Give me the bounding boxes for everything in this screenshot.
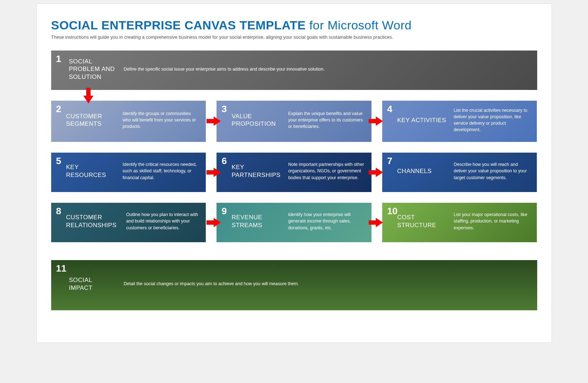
page-title: SOCIAL ENTERPRISE CANVAS TEMPLATE for Mi… [51, 18, 537, 32]
card-number: 7 [387, 155, 392, 167]
card-title: REVENUE STREAMS [232, 214, 282, 229]
card-title: KEY PARTNERSHIPS [232, 163, 282, 179]
arrow-down-icon [83, 88, 93, 104]
page-subtitle: These instructions will guide you in cre… [51, 34, 537, 40]
row-2-4: 2 CUSTOMER SEGMENTS Identify the groups … [51, 101, 537, 142]
arrow-right-icon [206, 168, 221, 177]
card-number: 8 [56, 206, 61, 217]
card-number: 1 [56, 53, 61, 64]
card-social-impact: 11 SOCIAL IMPACT Detail the social chang… [51, 260, 537, 310]
card-title: COST STRUCTURE [397, 214, 447, 229]
card-value-proposition: 3 VALUE PROPOSITION Explain the unique b… [217, 101, 371, 142]
title-bold: SOCIAL ENTERPRISE CANVAS TEMPLATE [51, 18, 306, 32]
card-desc: Identify the groups or communities who w… [123, 110, 199, 130]
card-title: CUSTOMER SEGMENTS [66, 112, 116, 128]
row-8-10: 8 CUSTOMER RELATIONSHIPS Outline how you… [51, 203, 537, 242]
card-desc: Describe how you will reach and deliver … [454, 161, 530, 181]
card-desc: Outline how you plan to interact with an… [126, 211, 199, 231]
card-key-partnerships: 6 KEY PARTNERSHIPS Note important partne… [217, 153, 371, 192]
card-title: CUSTOMER RELATIONSHIPS [66, 214, 120, 229]
svg-marker-1 [206, 116, 221, 126]
card-number: 9 [222, 206, 227, 217]
svg-marker-2 [369, 116, 383, 126]
arrow-right-icon [206, 116, 221, 126]
card-number: 6 [222, 155, 227, 167]
row-11: 11 SOCIAL IMPACT Detail the social chang… [51, 260, 537, 310]
card-revenue-streams: 9 REVENUE STREAMS Identify how your ente… [217, 203, 371, 242]
card-number: 10 [387, 206, 398, 217]
card-desc: Note important partnerships with other o… [288, 161, 364, 181]
row-1: 1 SOCIAL PROBLEM AND SOLUTION Define the… [51, 51, 537, 90]
card-desc: Explain the unique benefits and value yo… [288, 110, 364, 130]
card-customer-relationships: 8 CUSTOMER RELATIONSHIPS Outline how you… [51, 203, 206, 242]
card-cost-structure: 10 COST STRUCTURE List your major operat… [382, 203, 537, 242]
card-title: SOCIAL IMPACT [69, 276, 117, 292]
card-title: SOCIAL PROBLEM AND SOLUTION [69, 58, 117, 81]
card-desc: List the crucial activities necessary to… [454, 107, 530, 133]
arrow-right-icon [369, 218, 383, 227]
card-channels: 7 CHANNELS Describe how you will reach a… [382, 153, 537, 192]
card-desc: Identify how your enterprise will genera… [288, 211, 364, 231]
row-5-7: 5 KEY RESOURCES Identify the critical re… [51, 153, 537, 192]
card-desc: List your major operational costs, like … [454, 211, 530, 231]
svg-marker-5 [206, 218, 221, 227]
svg-marker-3 [206, 168, 221, 177]
card-social-problem: 1 SOCIAL PROBLEM AND SOLUTION Define the… [51, 51, 537, 90]
card-key-activities: 4 KEY ACTIVITIES List the crucial activi… [382, 101, 537, 142]
card-desc: Detail the social changes or impacts you… [124, 281, 530, 287]
card-number: 11 [56, 263, 67, 274]
card-title: CHANNELS [397, 167, 447, 175]
card-number: 5 [56, 155, 61, 167]
arrow-right-icon [206, 218, 221, 227]
card-title: KEY ACTIVITIES [397, 116, 447, 124]
svg-marker-6 [369, 218, 383, 227]
card-desc: Define the specific social issue your en… [124, 66, 530, 72]
title-thin: for Microsoft Word [306, 18, 412, 32]
card-desc: Identify the critical resources needed, … [123, 161, 199, 181]
svg-marker-4 [369, 168, 383, 177]
document-page: SOCIAL ENTERPRISE CANVAS TEMPLATE for Mi… [37, 4, 552, 343]
card-title: VALUE PROPOSITION [232, 112, 282, 128]
svg-marker-0 [83, 88, 93, 104]
card-key-resources: 5 KEY RESOURCES Identify the critical re… [51, 153, 206, 192]
arrow-right-icon [369, 168, 383, 177]
card-title: KEY RESOURCES [66, 163, 116, 179]
card-number: 3 [222, 104, 227, 115]
card-customer-segments: 2 CUSTOMER SEGMENTS Identify the groups … [51, 101, 206, 142]
arrow-right-icon [369, 116, 383, 126]
card-number: 2 [56, 104, 61, 115]
card-number: 4 [387, 104, 392, 115]
